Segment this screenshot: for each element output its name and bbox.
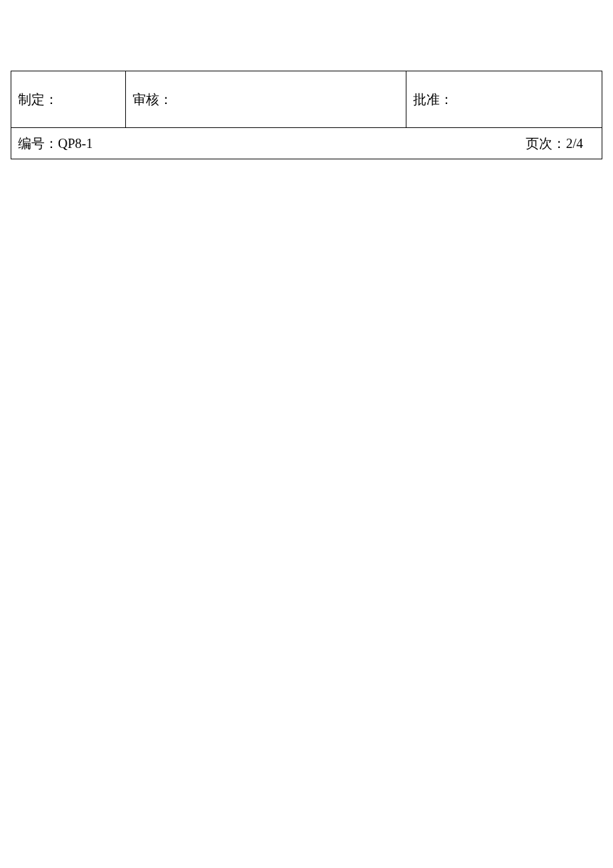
cell-approved-by: 批准：: [406, 71, 602, 128]
page-value: 2/4: [566, 136, 583, 151]
reviewed-by-label: 审核：: [133, 92, 173, 107]
cell-prepared-by: 制定：: [11, 71, 126, 128]
footer-inner: 编号：QP8-1 页次：2/4: [18, 135, 595, 153]
doc-no-value: QP8-1: [58, 136, 93, 151]
cell-reviewed-by: 审核：: [126, 71, 406, 128]
page-number: 页次：2/4: [526, 135, 595, 153]
approved-by-label: 批准：: [413, 92, 453, 107]
page-label: 页次：: [526, 136, 566, 151]
document-page: 制定： 审核： 批准： 编号：QP8-1 页次：2/4: [0, 0, 613, 159]
prepared-by-label: 制定：: [18, 92, 58, 107]
signoff-row: 制定： 审核： 批准：: [11, 71, 602, 128]
footer-cell: 编号：QP8-1 页次：2/4: [11, 128, 602, 159]
document-number: 编号：QP8-1: [18, 135, 93, 153]
doc-no-label: 编号：: [18, 136, 58, 151]
document-table: 制定： 审核： 批准： 编号：QP8-1 页次：2/4: [11, 71, 602, 159]
footer-row: 编号：QP8-1 页次：2/4: [11, 128, 602, 159]
